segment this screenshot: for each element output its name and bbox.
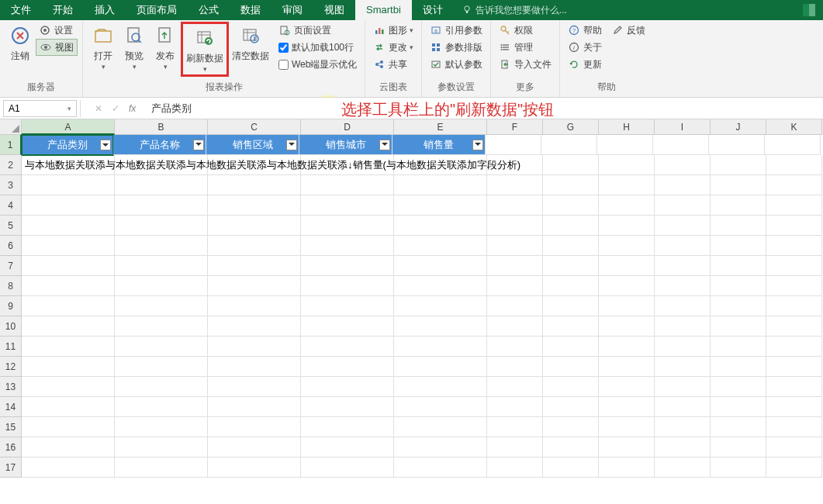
- cell-I16[interactable]: [655, 437, 711, 457]
- cell-H16[interactable]: [599, 437, 655, 457]
- clear-data-button[interactable]: 清空数据: [229, 22, 272, 64]
- cell-K9[interactable]: [766, 296, 822, 316]
- web-opt-input[interactable]: [278, 60, 289, 70]
- cell-K15[interactable]: [766, 417, 822, 437]
- cell-A10[interactable]: [22, 316, 115, 337]
- cell-J2[interactable]: [711, 155, 766, 175]
- cell-I2[interactable]: [655, 155, 711, 175]
- cell-G15[interactable]: [543, 417, 599, 437]
- cell-I11[interactable]: [655, 337, 711, 357]
- cell-J1[interactable]: [709, 135, 765, 155]
- cell-H4[interactable]: [599, 195, 655, 216]
- help-button[interactable]: ? 帮助: [565, 22, 605, 39]
- cell-E12[interactable]: [394, 357, 487, 377]
- share-button[interactable]: 共享: [370, 56, 417, 73]
- cell-G8[interactable]: [543, 276, 599, 296]
- cell-K6[interactable]: [766, 236, 822, 256]
- publish-button[interactable]: 发布 ▾: [150, 22, 181, 72]
- cell-A15[interactable]: [22, 417, 115, 437]
- cell-G11[interactable]: [543, 337, 599, 357]
- cell-J13[interactable]: [711, 377, 766, 397]
- cell-J8[interactable]: [711, 276, 766, 296]
- cell-F8[interactable]: [487, 276, 543, 296]
- row-header-9[interactable]: 9: [0, 296, 22, 316]
- cell-I15[interactable]: [655, 417, 711, 437]
- col-header-A[interactable]: A: [22, 119, 115, 135]
- change-button[interactable]: 更改 ▾: [370, 39, 417, 56]
- cell-D17[interactable]: [301, 457, 394, 478]
- preview-button[interactable]: 预览 ▾: [119, 22, 150, 72]
- cell-J7[interactable]: [711, 256, 766, 276]
- fx-icon[interactable]: fx: [129, 103, 136, 114]
- cell-G13[interactable]: [543, 377, 599, 397]
- row-header-2[interactable]: 2: [0, 155, 22, 175]
- cell-A17[interactable]: [22, 457, 115, 478]
- cell-E16[interactable]: [394, 437, 487, 457]
- cell-H17[interactable]: [599, 457, 655, 478]
- cell-B3[interactable]: [115, 175, 208, 195]
- cell-B11[interactable]: [115, 337, 208, 357]
- cell-H6[interactable]: [599, 236, 655, 256]
- cell-F16[interactable]: [487, 437, 543, 457]
- cell-G12[interactable]: [543, 357, 599, 377]
- col-header-H[interactable]: H: [599, 119, 655, 135]
- cell-E6[interactable]: [394, 236, 487, 256]
- cell-F14[interactable]: [487, 397, 543, 417]
- cell-F4[interactable]: [487, 195, 543, 216]
- cell-D12[interactable]: [301, 357, 394, 377]
- cell-F1[interactable]: [486, 135, 541, 155]
- cell-A12[interactable]: [22, 357, 115, 377]
- tab-data[interactable]: 数据: [230, 0, 271, 20]
- cell-J5[interactable]: [711, 216, 766, 236]
- cell-F7[interactable]: [487, 256, 543, 276]
- cell-E13[interactable]: [394, 377, 487, 397]
- filter-dropdown-icon[interactable]: [100, 140, 111, 150]
- feedback-button[interactable]: 反馈: [608, 22, 648, 39]
- row-header-3[interactable]: 3: [0, 175, 22, 195]
- cell-B17[interactable]: [115, 457, 208, 478]
- cell-F15[interactable]: [487, 417, 543, 437]
- row-header-12[interactable]: 12: [0, 357, 22, 377]
- manage-button[interactable]: 管理: [496, 39, 555, 56]
- cell-J6[interactable]: [711, 236, 766, 256]
- row-header-11[interactable]: 11: [0, 337, 22, 357]
- tab-design[interactable]: 设计: [412, 0, 454, 20]
- param-layout-button[interactable]: 参数排版: [427, 39, 486, 56]
- cell-G2[interactable]: [543, 155, 599, 175]
- cell-A7[interactable]: [22, 256, 115, 276]
- cell-J3[interactable]: [711, 175, 766, 195]
- cell-K2[interactable]: [766, 155, 822, 175]
- cell-J12[interactable]: [711, 357, 766, 377]
- cell-E8[interactable]: [394, 276, 487, 296]
- cell-G3[interactable]: [543, 175, 599, 195]
- cell-E9[interactable]: [394, 296, 487, 316]
- cell-I5[interactable]: [655, 216, 711, 236]
- cell-F3[interactable]: [487, 175, 543, 195]
- cell-A3[interactable]: [22, 175, 115, 195]
- cell-I3[interactable]: [655, 175, 711, 195]
- cell-B13[interactable]: [115, 377, 208, 397]
- cell-E4[interactable]: [394, 195, 487, 216]
- row-header-1[interactable]: 1: [0, 135, 22, 155]
- cell-H13[interactable]: [599, 377, 655, 397]
- load-100-input[interactable]: [278, 43, 289, 53]
- cell-F12[interactable]: [487, 357, 543, 377]
- row-header-8[interactable]: 8: [0, 276, 22, 296]
- cell-J17[interactable]: [711, 457, 766, 478]
- cell-J11[interactable]: [711, 337, 766, 357]
- import-button[interactable]: 导入文件: [496, 56, 555, 73]
- col-header-C[interactable]: C: [208, 119, 301, 135]
- cell-H12[interactable]: [599, 357, 655, 377]
- cell-D9[interactable]: [301, 296, 394, 316]
- filter-dropdown-icon[interactable]: [379, 140, 390, 150]
- cell-F11[interactable]: [487, 337, 543, 357]
- tab-home[interactable]: 开始: [42, 0, 84, 20]
- col-header-B[interactable]: B: [115, 119, 208, 135]
- cell-E14[interactable]: [394, 397, 487, 417]
- col-header-I[interactable]: I: [655, 119, 711, 135]
- tab-insert[interactable]: 插入: [84, 0, 126, 20]
- cell-H8[interactable]: [599, 276, 655, 296]
- cell-K16[interactable]: [766, 437, 822, 457]
- cell-D5[interactable]: [301, 216, 394, 236]
- open-button[interactable]: 打开 ▾: [88, 22, 119, 72]
